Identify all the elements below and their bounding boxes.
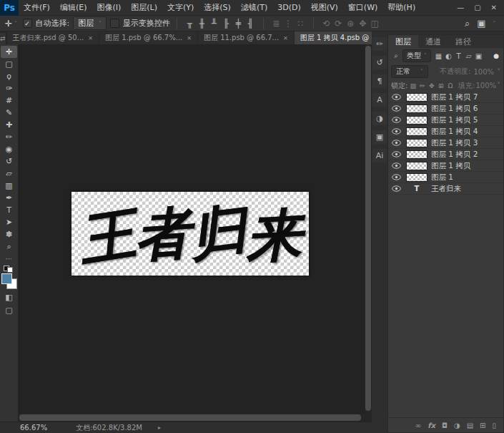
icon-align-bottom[interactable]: ╨ bbox=[208, 17, 220, 30]
auto-select-checkbox[interactable]: ✓ bbox=[23, 19, 32, 28]
tab-close-icon[interactable]: ✕ bbox=[88, 35, 93, 42]
panel-icon-properties[interactable]: ▣ bbox=[372, 130, 387, 144]
icon-add-layer-mask[interactable]: ◘ bbox=[442, 422, 448, 429]
blend-mode-dropdown[interactable]: 正常 ˅ bbox=[391, 65, 428, 78]
layer-row[interactable]: 图层 1 拷贝 4 bbox=[388, 126, 503, 137]
icon-3d-rotate[interactable]: ⟲ bbox=[320, 17, 332, 30]
document-tab[interactable]: 图层 11.psb @ 66.7... ✕ bbox=[198, 31, 294, 44]
tool-quick-selection[interactable]: ✑ bbox=[1, 82, 17, 94]
visibility-eye-icon[interactable] bbox=[390, 128, 402, 135]
current-tool-icon[interactable]: ✛ ˅ bbox=[3, 19, 19, 29]
search-icon[interactable]: ⌕ bbox=[465, 18, 470, 29]
icon-lock-artboard[interactable]: ⊞ bbox=[436, 81, 445, 91]
auto-select-dropdown[interactable]: 图层 ˅ bbox=[73, 16, 107, 30]
edit-toolbar-icon[interactable]: ⋯ bbox=[6, 255, 13, 263]
icon-align-vertical-center[interactable]: ╫ bbox=[196, 17, 208, 30]
icon-delete-layer[interactable]: ▯ bbox=[492, 422, 496, 429]
layer-name[interactable]: 王者归来 bbox=[431, 184, 461, 194]
filter-toggle-icon[interactable]: ● bbox=[493, 52, 500, 59]
tool-gradient[interactable]: ▥ bbox=[1, 180, 17, 192]
layer-name[interactable]: 图层 1 拷贝 2 bbox=[431, 150, 478, 160]
icon-3d-roll[interactable]: ⟳ bbox=[332, 17, 345, 30]
tab-close-icon[interactable]: ✕ bbox=[187, 35, 192, 42]
visibility-eye-icon[interactable] bbox=[390, 174, 402, 180]
tool-history-brush[interactable]: ↺ bbox=[1, 155, 17, 167]
show-transform-checkbox[interactable] bbox=[110, 19, 119, 28]
icon-filter-type-layers[interactable]: T bbox=[454, 50, 464, 62]
icon-new-adjustment-layer[interactable]: ◑ bbox=[454, 422, 460, 429]
tool-rectangular-marquee[interactable]: ▢ bbox=[1, 58, 17, 70]
icon-lock-image-pixels[interactable]: ✏ bbox=[417, 81, 427, 91]
icon-align-horizontal-center[interactable]: ╪ bbox=[232, 17, 244, 30]
layer-thumbnail[interactable] bbox=[406, 104, 428, 113]
filter-search-icon[interactable]: ⌕ bbox=[391, 50, 401, 62]
horizontal-scrollbar-thumb[interactable] bbox=[19, 414, 361, 421]
screen-mode-icon[interactable]: ▢ bbox=[1, 304, 17, 316]
vertical-scrollbar-thumb[interactable] bbox=[365, 46, 371, 411]
tab-close-icon[interactable]: ✕ bbox=[283, 35, 288, 42]
layer-thumbnail[interactable]: T bbox=[406, 185, 428, 193]
tool-eraser[interactable]: ▱ bbox=[1, 167, 17, 180]
panel-icon-adjustments[interactable]: ◑ bbox=[372, 112, 387, 125]
visibility-eye-icon[interactable] bbox=[390, 185, 402, 192]
layer-row[interactable]: 图层 1 拷贝 2 bbox=[388, 149, 503, 160]
icon-distribute-horizontal[interactable]: ⋮ bbox=[282, 17, 295, 30]
layer-row[interactable]: 图层 1 拷贝 5 bbox=[388, 115, 503, 126]
layer-row[interactable]: 图层 1 拷贝 bbox=[388, 160, 503, 172]
workspace-switcher-icon[interactable]: ▣ bbox=[477, 18, 485, 29]
layer-thumbnail[interactable] bbox=[406, 93, 428, 102]
panel-icon-brush-settings[interactable]: ✏ bbox=[372, 37, 387, 51]
maximize-button[interactable]: ▢ bbox=[474, 4, 480, 11]
tool-brush[interactable]: ✏ bbox=[1, 131, 17, 143]
tool-spot-healing-brush[interactable]: ✚ bbox=[1, 119, 17, 131]
icon-3d-slide[interactable]: ✥ bbox=[357, 17, 369, 30]
tools-panel-toggle-icon[interactable]: ⇄ bbox=[0, 33, 6, 44]
icon-lock-all[interactable]: Ω bbox=[445, 81, 455, 91]
icon-filter-shape-layers[interactable]: ▱ bbox=[464, 50, 474, 62]
tool-move[interactable]: ✛ bbox=[1, 46, 17, 58]
visibility-eye-icon[interactable] bbox=[390, 151, 402, 157]
layer-thumbnail[interactable] bbox=[406, 150, 428, 159]
document-canvas[interactable]: 王者归来 bbox=[71, 192, 309, 276]
layer-name[interactable]: 图层 1 拷贝 5 bbox=[431, 115, 478, 125]
document-tab[interactable]: 王者归来.psd @ 50... ✕ bbox=[7, 31, 99, 44]
icon-align-right[interactable]: ╢ bbox=[244, 17, 257, 30]
icon-link-layers[interactable]: ∞ bbox=[415, 422, 421, 429]
visibility-eye-icon[interactable] bbox=[390, 140, 402, 146]
foreground-color-swatch[interactable] bbox=[1, 273, 12, 284]
icon-lock-transparent-pixels[interactable]: ▨ bbox=[408, 81, 417, 91]
tool-hand[interactable]: ✽ bbox=[1, 228, 17, 240]
icon-distribute-spacing[interactable]: ∷ bbox=[295, 17, 307, 30]
layer-name[interactable]: 图层 1 拷贝 3 bbox=[431, 138, 478, 148]
document-tab[interactable]: 图层 1.psb @ 66.7%... ✕ bbox=[99, 31, 197, 44]
layer-name[interactable]: 图层 1 bbox=[431, 172, 453, 183]
visibility-eye-icon[interactable] bbox=[390, 105, 402, 112]
panel-icon-paragraph[interactable]: ¶ bbox=[372, 74, 387, 88]
minimize-button[interactable]: — bbox=[457, 4, 464, 11]
opacity-value[interactable]: 100% bbox=[473, 68, 494, 76]
icon-filter-smart-objects[interactable]: ▣ bbox=[474, 50, 484, 62]
tool-path-selection[interactable]: ➤ bbox=[1, 216, 17, 228]
fill-value[interactable]: 100% bbox=[475, 82, 496, 89]
layer-name[interactable]: 图层 1 拷贝 4 bbox=[431, 127, 478, 137]
layer-thumbnail[interactable] bbox=[406, 116, 428, 125]
layer-row[interactable]: 图层 1 拷贝 6 bbox=[388, 103, 503, 115]
icon-new-group[interactable]: ▤ bbox=[467, 422, 473, 429]
tool-lasso[interactable]: ϙ bbox=[1, 70, 17, 82]
icon-layer-effects[interactable]: fx bbox=[428, 422, 435, 429]
layer-row[interactable]: 图层 1 拷贝 7 bbox=[388, 92, 503, 103]
default-colors-icon[interactable] bbox=[4, 266, 15, 271]
icon-new-layer[interactable]: ⊞ bbox=[480, 422, 485, 429]
filter-type-dropdown[interactable]: 类型 ˅ bbox=[402, 49, 431, 62]
visibility-eye-icon[interactable] bbox=[390, 117, 402, 123]
layer-row[interactable]: 图层 1 拷贝 3 bbox=[388, 137, 503, 149]
tool-crop[interactable]: # bbox=[1, 94, 17, 107]
tool-eyedropper[interactable]: ✎ bbox=[1, 107, 17, 119]
tool-clone-stamp[interactable]: ◉ bbox=[1, 143, 17, 155]
status-menu-arrow-icon[interactable]: ▸ bbox=[158, 424, 161, 431]
icon-filter-pixel-layers[interactable]: ▦ bbox=[434, 50, 444, 62]
panel-icon-history[interactable]: ↺ bbox=[372, 56, 387, 69]
icon-align-left[interactable]: ╟ bbox=[220, 17, 232, 30]
tool-zoom[interactable]: ⌕ bbox=[1, 240, 17, 253]
panel-icon-character[interactable]: A bbox=[372, 93, 387, 107]
